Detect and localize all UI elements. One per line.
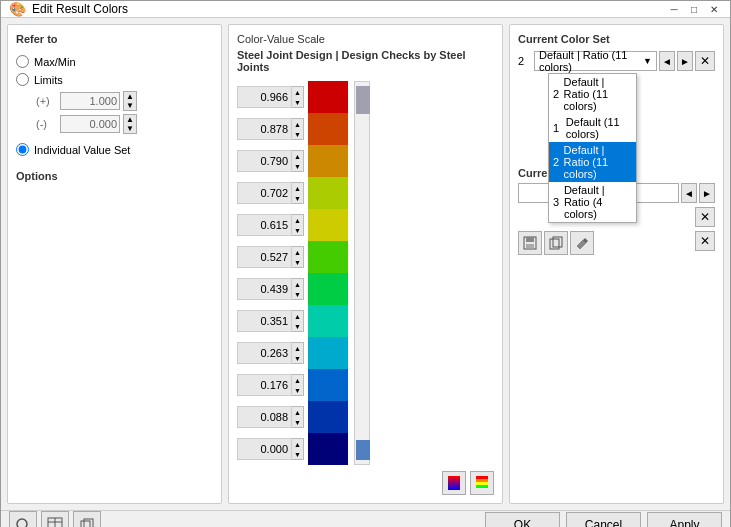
table-bottom-button[interactable]: [41, 511, 69, 527]
search-bottom-button[interactable]: [9, 511, 37, 527]
minimize-button[interactable]: ─: [666, 1, 682, 17]
value-row-1: 0.878▲▼: [237, 113, 304, 145]
svg-rect-1: [476, 476, 488, 479]
color-bar-9[interactable]: [308, 369, 348, 401]
window-icon: 🎨: [9, 1, 26, 17]
copy-action-button[interactable]: [544, 231, 568, 255]
value-spinner-1[interactable]: ▲▼: [292, 118, 304, 140]
down-arrow-10: ▼: [292, 417, 303, 427]
limits-radio[interactable]: [16, 73, 29, 86]
positive-spinner[interactable]: ▲▼: [123, 91, 137, 111]
down-arrow-9: ▼: [292, 385, 303, 395]
negative-value-input[interactable]: [60, 115, 120, 133]
scale-bottom-icons: [237, 471, 494, 495]
value-spinner-8[interactable]: ▲▼: [292, 342, 304, 364]
value-box-10: 0.088: [237, 406, 292, 428]
dropdown-item-3[interactable]: 3 Default | Ratio (4 colors): [549, 182, 636, 222]
color-bar-10[interactable]: [308, 401, 348, 433]
value-spinner-2[interactable]: ▲▼: [292, 150, 304, 172]
color-bar-0[interactable]: [308, 81, 348, 113]
down-arrow-7: ▼: [292, 321, 303, 331]
limits-label: Limits: [34, 74, 63, 86]
dropdown-item-2[interactable]: 2 Default | Ratio (11 colors): [549, 142, 636, 182]
value-box-2: 0.790: [237, 150, 292, 172]
individual-label: Individual Value Set: [34, 144, 130, 156]
dropdown-item-1[interactable]: 1 Default (11 colors): [549, 114, 636, 142]
color-bar-11[interactable]: [308, 433, 348, 465]
max-min-radio[interactable]: [16, 55, 29, 68]
color-bar-4[interactable]: [308, 209, 348, 241]
close-value-set-button[interactable]: ✕: [695, 207, 715, 227]
svg-rect-16: [84, 519, 93, 527]
gradient-icon-btn[interactable]: [442, 471, 466, 495]
next-value-set-button[interactable]: ►: [699, 183, 715, 203]
color-bar-5[interactable]: [308, 241, 348, 273]
scrollbar[interactable]: [354, 81, 370, 465]
remove-action-button[interactable]: ✕: [695, 231, 715, 251]
color-bars: [308, 81, 348, 465]
value-spinner-7[interactable]: ▲▼: [292, 310, 304, 332]
svg-point-10: [17, 519, 27, 527]
edit-action-button[interactable]: [570, 231, 594, 255]
value-spinner-5[interactable]: ▲▼: [292, 246, 304, 268]
value-spinner-11[interactable]: ▲▼: [292, 438, 304, 460]
negative-spinner[interactable]: ▲▼: [123, 114, 137, 134]
copy-bottom-button[interactable]: [73, 511, 101, 527]
options-title: Options: [16, 170, 213, 182]
individual-option[interactable]: Individual Value Set: [16, 143, 213, 156]
color-set-dropdown[interactable]: Default | Ratio (11 colors) ▼: [534, 51, 657, 71]
color-bar-1[interactable]: [308, 113, 348, 145]
color-value-scale-title: Color-Value Scale: [237, 33, 494, 45]
color-bar-2[interactable]: [308, 145, 348, 177]
limits-option[interactable]: Limits: [16, 73, 213, 86]
positive-value-input[interactable]: [60, 92, 120, 110]
save-action-button[interactable]: [518, 231, 542, 255]
value-box-6: 0.439: [237, 278, 292, 300]
up-arrow-9: ▲: [292, 375, 303, 385]
next-color-set-button[interactable]: ►: [677, 51, 693, 71]
color-bar-7[interactable]: [308, 305, 348, 337]
options-section: Options: [16, 170, 213, 186]
current-set-num: 2: [518, 55, 532, 67]
close-color-set-button[interactable]: ✕: [695, 51, 715, 71]
value-box-1: 0.878: [237, 118, 292, 140]
refer-to-title: Refer to: [16, 33, 213, 45]
up-arrow-8: ▲: [292, 343, 303, 353]
apply-button[interactable]: Apply: [647, 512, 722, 527]
middle-panel: Color-Value Scale Steel Joint Design | D…: [228, 24, 503, 504]
main-window: 🎨 Edit Result Colors ─ □ ✕ Refer to Max/…: [0, 0, 731, 527]
close-button[interactable]: ✕: [706, 1, 722, 17]
search-icon: [15, 517, 31, 527]
value-spinner-0[interactable]: ▲▼: [292, 86, 304, 108]
value-spinner-4[interactable]: ▲▼: [292, 214, 304, 236]
value-row-5: 0.527▲▼: [237, 241, 304, 273]
limits-sub-inputs: (+) ▲▼ (-) ▲▼: [36, 91, 213, 134]
individual-radio[interactable]: [16, 143, 29, 156]
max-min-option[interactable]: Max/Min: [16, 55, 213, 68]
value-spinner-3[interactable]: ▲▼: [292, 182, 304, 204]
ok-button[interactable]: OK: [485, 512, 560, 527]
edit-icon: [575, 236, 589, 250]
scroll-bottom-indicator: [356, 440, 370, 460]
down-arrow-2: ▼: [292, 161, 303, 171]
value-spinner-9[interactable]: ▲▼: [292, 374, 304, 396]
value-spinner-10[interactable]: ▲▼: [292, 406, 304, 428]
color-set-dropdown-list[interactable]: 2 Default | Ratio (11 colors) 1 Default …: [548, 73, 637, 223]
prev-color-set-button[interactable]: ◄: [659, 51, 675, 71]
down-arrow-3: ▼: [292, 193, 303, 203]
dropdown-item-0[interactable]: 2 Default | Ratio (11 colors): [549, 74, 636, 114]
maximize-button[interactable]: □: [686, 1, 702, 17]
value-row-8: 0.263▲▼: [237, 337, 304, 369]
up-arrow-0: ▲: [292, 87, 303, 97]
positive-label: (+): [36, 95, 56, 107]
value-spinner-6[interactable]: ▲▼: [292, 278, 304, 300]
steps-icon-btn[interactable]: [470, 471, 494, 495]
color-bar-3[interactable]: [308, 177, 348, 209]
value-box-7: 0.351: [237, 310, 292, 332]
value-labels: 0.966▲▼0.878▲▼0.790▲▼0.702▲▼0.615▲▼0.527…: [237, 81, 304, 465]
prev-value-set-button[interactable]: ◄: [681, 183, 697, 203]
color-bar-6[interactable]: [308, 273, 348, 305]
content-area: Refer to Max/Min Limits (+) ▲▼: [1, 18, 730, 510]
cancel-button[interactable]: Cancel: [566, 512, 641, 527]
color-bar-8[interactable]: [308, 337, 348, 369]
